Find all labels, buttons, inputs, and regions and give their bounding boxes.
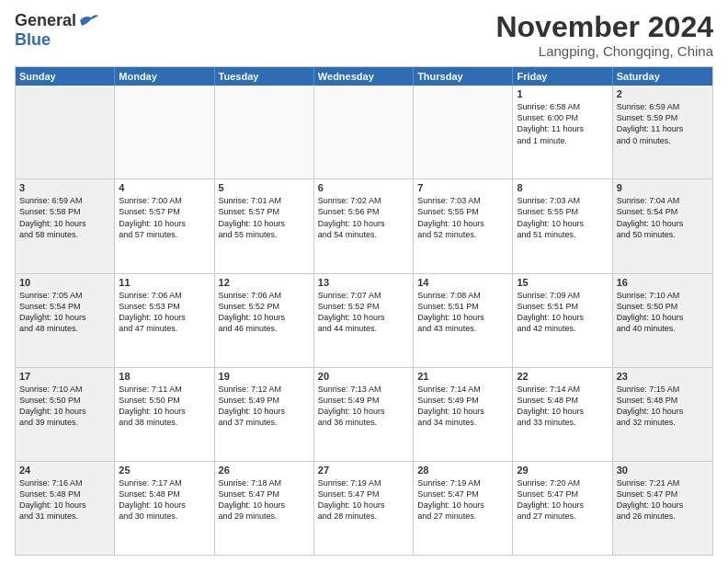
header-day-sunday: Sunday	[16, 67, 115, 86]
calendar-cell: 22Sunrise: 7:14 AM Sunset: 5:48 PM Dayli…	[513, 368, 612, 461]
day-info: Sunrise: 7:03 AM Sunset: 5:55 PM Dayligh…	[417, 195, 508, 240]
day-number: 28	[417, 465, 508, 476]
day-number: 16	[617, 277, 709, 288]
title-area: November 2024 Langping, Chongqing, China	[495, 11, 713, 59]
day-info: Sunrise: 7:12 AM Sunset: 5:49 PM Dayligh…	[219, 384, 310, 429]
header: General Blue November 2024 Langping, Cho…	[15, 11, 713, 59]
month-title: November 2024	[495, 11, 713, 43]
calendar-cell: 25Sunrise: 7:17 AM Sunset: 5:48 PM Dayli…	[115, 462, 214, 555]
day-info: Sunrise: 7:08 AM Sunset: 5:51 PM Dayligh…	[417, 290, 508, 335]
day-number: 3	[19, 182, 110, 193]
day-info: Sunrise: 7:02 AM Sunset: 5:56 PM Dayligh…	[318, 195, 409, 240]
calendar-cell	[215, 86, 314, 178]
day-info: Sunrise: 7:10 AM Sunset: 5:50 PM Dayligh…	[617, 290, 709, 335]
day-info: Sunrise: 7:21 AM Sunset: 5:47 PM Dayligh…	[617, 477, 709, 523]
week-row-1: 3Sunrise: 6:59 AM Sunset: 5:58 PM Daylig…	[16, 178, 712, 272]
day-info: Sunrise: 7:09 AM Sunset: 5:51 PM Dayligh…	[517, 290, 608, 335]
day-info: Sunrise: 7:14 AM Sunset: 5:48 PM Dayligh…	[517, 384, 608, 429]
day-info: Sunrise: 7:11 AM Sunset: 5:50 PM Dayligh…	[119, 384, 210, 429]
day-info: Sunrise: 7:15 AM Sunset: 5:48 PM Dayligh…	[617, 384, 709, 429]
day-number: 17	[19, 371, 110, 382]
calendar-cell: 27Sunrise: 7:19 AM Sunset: 5:47 PM Dayli…	[314, 462, 414, 555]
day-info: Sunrise: 7:06 AM Sunset: 5:52 PM Dayligh…	[219, 290, 310, 335]
week-row-2: 10Sunrise: 7:05 AM Sunset: 5:54 PM Dayli…	[16, 273, 712, 367]
week-row-4: 24Sunrise: 7:16 AM Sunset: 5:48 PM Dayli…	[16, 461, 712, 555]
header-day-wednesday: Wednesday	[314, 67, 414, 86]
day-info: Sunrise: 7:10 AM Sunset: 5:50 PM Dayligh…	[19, 384, 110, 429]
day-number: 25	[119, 465, 210, 476]
day-number: 14	[417, 277, 508, 288]
day-info: Sunrise: 6:58 AM Sunset: 6:00 PM Dayligh…	[517, 101, 608, 146]
calendar-cell: 29Sunrise: 7:20 AM Sunset: 5:47 PM Dayli…	[513, 462, 612, 555]
calendar-cell: 13Sunrise: 7:07 AM Sunset: 5:52 PM Dayli…	[314, 274, 414, 367]
calendar-cell: 28Sunrise: 7:19 AM Sunset: 5:47 PM Dayli…	[414, 462, 513, 555]
day-number: 9	[617, 182, 709, 193]
calendar-cell: 12Sunrise: 7:06 AM Sunset: 5:52 PM Dayli…	[215, 274, 314, 367]
day-number: 11	[119, 277, 210, 288]
calendar-cell: 5Sunrise: 7:01 AM Sunset: 5:57 PM Daylig…	[215, 179, 314, 272]
day-number: 1	[517, 88, 608, 99]
header-day-thursday: Thursday	[414, 67, 513, 86]
day-number: 20	[318, 371, 409, 382]
day-info: Sunrise: 7:16 AM Sunset: 5:48 PM Dayligh…	[19, 477, 110, 523]
logo-bird-icon	[78, 13, 98, 28]
day-number: 23	[617, 371, 709, 382]
calendar-cell: 16Sunrise: 7:10 AM Sunset: 5:50 PM Dayli…	[613, 274, 712, 367]
calendar-cell: 23Sunrise: 7:15 AM Sunset: 5:48 PM Dayli…	[613, 368, 712, 461]
calendar-cell: 8Sunrise: 7:03 AM Sunset: 5:55 PM Daylig…	[513, 179, 612, 272]
calendar-cell	[314, 86, 414, 178]
calendar-cell: 15Sunrise: 7:09 AM Sunset: 5:51 PM Dayli…	[513, 274, 612, 367]
calendar-header: SundayMondayTuesdayWednesdayThursdayFrid…	[16, 67, 712, 86]
calendar-cell: 14Sunrise: 7:08 AM Sunset: 5:51 PM Dayli…	[414, 274, 513, 367]
day-number: 27	[318, 465, 409, 476]
day-number: 10	[19, 277, 110, 288]
day-info: Sunrise: 7:00 AM Sunset: 5:57 PM Dayligh…	[119, 195, 210, 240]
day-number: 26	[219, 465, 310, 476]
day-number: 29	[517, 465, 608, 476]
header-day-monday: Monday	[115, 67, 214, 86]
calendar-cell: 19Sunrise: 7:12 AM Sunset: 5:49 PM Dayli…	[215, 368, 314, 461]
day-number: 18	[119, 371, 210, 382]
header-day-friday: Friday	[513, 67, 612, 86]
calendar-cell: 3Sunrise: 6:59 AM Sunset: 5:58 PM Daylig…	[16, 179, 115, 272]
calendar-body: 1Sunrise: 6:58 AM Sunset: 6:00 PM Daylig…	[16, 86, 712, 555]
page: General Blue November 2024 Langping, Cho…	[0, 0, 728, 563]
header-day-saturday: Saturday	[613, 67, 712, 86]
calendar-cell: 7Sunrise: 7:03 AM Sunset: 5:55 PM Daylig…	[414, 179, 513, 272]
day-info: Sunrise: 7:19 AM Sunset: 5:47 PM Dayligh…	[318, 477, 409, 523]
calendar-cell: 2Sunrise: 6:59 AM Sunset: 5:59 PM Daylig…	[613, 86, 712, 178]
calendar-cell	[414, 86, 513, 178]
day-number: 6	[318, 182, 409, 193]
day-number: 21	[417, 371, 508, 382]
day-number: 5	[219, 182, 310, 193]
day-info: Sunrise: 7:17 AM Sunset: 5:48 PM Dayligh…	[119, 477, 210, 523]
calendar-cell: 20Sunrise: 7:13 AM Sunset: 5:49 PM Dayli…	[314, 368, 414, 461]
calendar-cell: 1Sunrise: 6:58 AM Sunset: 6:00 PM Daylig…	[513, 86, 612, 178]
day-info: Sunrise: 6:59 AM Sunset: 5:59 PM Dayligh…	[617, 101, 709, 146]
calendar-cell: 4Sunrise: 7:00 AM Sunset: 5:57 PM Daylig…	[115, 179, 214, 272]
day-number: 24	[19, 465, 110, 476]
day-info: Sunrise: 7:04 AM Sunset: 5:54 PM Dayligh…	[617, 195, 709, 240]
day-number: 7	[417, 182, 508, 193]
calendar-cell: 26Sunrise: 7:18 AM Sunset: 5:47 PM Dayli…	[215, 462, 314, 555]
week-row-0: 1Sunrise: 6:58 AM Sunset: 6:00 PM Daylig…	[16, 86, 712, 178]
day-number: 19	[219, 371, 310, 382]
calendar-cell	[115, 86, 214, 178]
calendar-cell: 24Sunrise: 7:16 AM Sunset: 5:48 PM Dayli…	[16, 462, 115, 555]
day-info: Sunrise: 7:05 AM Sunset: 5:54 PM Dayligh…	[19, 290, 110, 335]
logo-blue: Blue	[15, 30, 51, 49]
calendar-cell: 9Sunrise: 7:04 AM Sunset: 5:54 PM Daylig…	[613, 179, 712, 272]
calendar-cell	[16, 86, 115, 178]
day-info: Sunrise: 7:07 AM Sunset: 5:52 PM Dayligh…	[318, 290, 409, 335]
logo-general: General	[15, 11, 76, 30]
day-info: Sunrise: 7:03 AM Sunset: 5:55 PM Dayligh…	[517, 195, 608, 240]
day-info: Sunrise: 7:01 AM Sunset: 5:57 PM Dayligh…	[219, 195, 310, 240]
day-number: 15	[517, 277, 608, 288]
calendar-cell: 18Sunrise: 7:11 AM Sunset: 5:50 PM Dayli…	[115, 368, 214, 461]
day-number: 12	[219, 277, 310, 288]
location: Langping, Chongqing, China	[495, 43, 713, 59]
calendar-cell: 11Sunrise: 7:06 AM Sunset: 5:53 PM Dayli…	[115, 274, 214, 367]
logo: General Blue	[15, 11, 98, 50]
day-info: Sunrise: 7:13 AM Sunset: 5:49 PM Dayligh…	[318, 384, 409, 429]
day-number: 30	[617, 465, 709, 476]
